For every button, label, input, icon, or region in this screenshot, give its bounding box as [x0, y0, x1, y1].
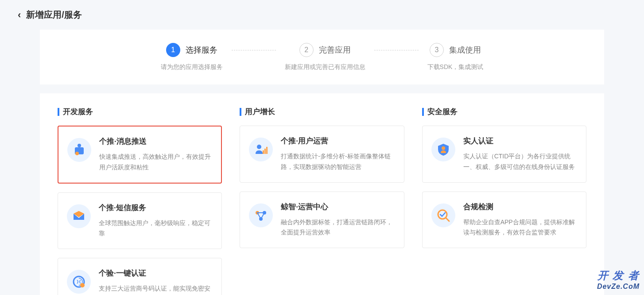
- card-identity-desc: 实人认证（CTID平台）为各行业提供统一、权威、多级可信的在线身份认证服务: [463, 151, 577, 172]
- step-2-title: 完善应用: [319, 45, 351, 55]
- card-compliance-title: 合规检测: [463, 202, 577, 212]
- svg-rect-6: [263, 150, 264, 154]
- step-1-header: 1 选择服务: [166, 43, 217, 57]
- steps-panel: 1 选择服务 请为您的应用选择服务 2 完善应用 新建应用或完善已有应用信息 3…: [40, 30, 604, 84]
- steps-container: 1 选择服务 请为您的应用选择服务 2 完善应用 新建应用或完善已有应用信息 3…: [40, 43, 604, 71]
- step-2-circle: 2: [299, 43, 314, 57]
- page-title: 新增应用/服务: [26, 9, 82, 21]
- user-ops-icon: [249, 138, 273, 161]
- page-header: ‹ 新增应用/服务: [0, 0, 644, 30]
- step-3: 3 集成使用 下载SDK，集成测试: [427, 43, 484, 71]
- card-push-content: 个推·消息推送 快速集成推送，高效触达用户，有效提升用户活跃度和粘性: [99, 136, 212, 173]
- card-compliance-content: 合规检测 帮助企业自查APP合规问题，提供标准解读与检测服务，有效符合监管要求: [463, 202, 577, 238]
- card-sms[interactable]: 个推·短信服务 全球范围触达用户，毫秒级响应，稳定可靠: [58, 192, 222, 249]
- column-user-growth: 用户增长 个推·用户运营 打通数据统计-多维分析-标签画像整体链路，实现数据驱动…: [240, 107, 404, 295]
- back-icon[interactable]: ‹: [18, 9, 21, 21]
- card-push[interactable]: 个推·消息推送 快速集成推送，高效触达用户，有效提升用户活跃度和粘性: [58, 126, 222, 184]
- svg-point-5: [257, 145, 261, 149]
- card-identity[interactable]: 实人认证 实人认证（CTID平台）为各行业提供统一、权威、多级可信的在线身份认证…: [422, 126, 586, 183]
- step-1-desc: 请为您的应用选择服务: [161, 63, 223, 71]
- card-whale[interactable]: 鲸智·运营中心 融合内外数据标签，打通运营链路闭环，全面提升运营效率: [240, 192, 404, 249]
- card-push-title: 个推·消息推送: [99, 136, 212, 146]
- card-compliance[interactable]: 合规检测 帮助企业自查APP合规问题，提供标准解读与检测服务，有效符合监管要求: [422, 192, 586, 249]
- card-user-ops-content: 个推·用户运营 打通数据统计-多维分析-标签画像整体链路，实现数据驱动的智能运营: [281, 136, 395, 172]
- step-3-header: 3 集成使用: [430, 43, 481, 57]
- card-identity-title: 实人认证: [463, 136, 577, 146]
- card-sms-content: 个推·短信服务 全球范围触达用户，毫秒级响应，稳定可靠: [99, 203, 213, 239]
- watermark: 开 发 者 DevZe.CoM: [597, 268, 640, 291]
- svg-rect-7: [264, 149, 266, 154]
- section-title-security: 安全服务: [422, 107, 586, 117]
- step-connector-1: [232, 50, 276, 50]
- columns-container: 开发服务 个推·消息推送 快速集成推送，高效触达用户，有效提升用户活跃度和粘性: [58, 107, 586, 295]
- step-2-header: 2 完善应用: [299, 43, 351, 57]
- card-whale-title: 鲸智·运营中心: [281, 202, 395, 212]
- card-sms-desc: 全球范围触达用户，毫秒级响应，稳定可靠: [99, 218, 213, 239]
- step-connector-2: [374, 50, 419, 50]
- card-identity-content: 实人认证 实人认证（CTID平台）为各行业提供统一、权威、多级可信的在线身份认证…: [463, 136, 577, 172]
- svg-point-2: [75, 152, 79, 155]
- column-dev-services: 开发服务 个推·消息推送 快速集成推送，高效触达用户，有效提升用户活跃度和粘性: [58, 107, 222, 295]
- step-3-circle: 3: [430, 43, 444, 57]
- push-icon: [67, 138, 91, 162]
- section-title-dev: 开发服务: [58, 107, 222, 117]
- step-3-title: 集成使用: [449, 45, 481, 55]
- card-user-ops[interactable]: 个推·用户运营 打通数据统计-多维分析-标签画像整体链路，实现数据驱动的智能运营: [240, 126, 404, 183]
- svg-point-12: [442, 146, 445, 150]
- card-auth-title: 个验·一键认证: [99, 268, 213, 278]
- step-2-desc: 新建应用或完善已有应用信息: [285, 63, 365, 71]
- svg-line-14: [446, 218, 449, 221]
- card-compliance-desc: 帮助企业自查APP合规问题，提供标准解读与检测服务，有效符合监管要求: [463, 217, 577, 238]
- compliance-icon: [431, 203, 455, 227]
- watermark-bottom: DevZe.CoM: [597, 283, 640, 291]
- content-panel: 开发服务 个推·消息推送 快速集成推送，高效触达用户，有效提升用户活跃度和粘性: [40, 93, 604, 295]
- svg-rect-8: [266, 147, 268, 154]
- card-push-desc: 快速集成推送，高效触达用户，有效提升用户活跃度和粘性: [99, 152, 212, 173]
- identity-icon: [431, 138, 455, 161]
- step-1-title: 选择服务: [186, 45, 217, 55]
- card-user-ops-desc: 打通数据统计-多维分析-标签画像整体链路，实现数据驱动的智能运营: [281, 151, 395, 172]
- step-1: 1 选择服务 请为您的应用选择服务: [161, 43, 223, 71]
- card-user-ops-title: 个推·用户运营: [281, 136, 395, 146]
- sms-icon: [67, 204, 91, 228]
- card-whale-content: 鲸智·运营中心 融合内外数据标签，打通运营链路闭环，全面提升运营效率: [281, 202, 395, 238]
- svg-point-1: [78, 144, 81, 147]
- card-whale-desc: 融合内外数据标签，打通运营链路闭环，全面提升运营效率: [281, 217, 395, 238]
- card-auth-content: 个验·一键认证 支持三大运营商号码认证，能实现免密安全登录体验，助力用户增长: [99, 268, 213, 295]
- step-1-circle: 1: [166, 43, 180, 57]
- card-auth-desc: 支持三大运营商号码认证，能实现免密安全登录体验，助力用户增长: [99, 284, 213, 295]
- column-security: 安全服务 实人认证 实人认证（CTID平台）为各行业提供统一、权威、多级可信的在…: [422, 107, 586, 295]
- step-2: 2 完善应用 新建应用或完善已有应用信息: [285, 43, 365, 71]
- section-title-growth: 用户增长: [240, 107, 404, 117]
- card-auth[interactable]: 个验·一键认证 支持三大运营商号码认证，能实现免密安全登录体验，助力用户增长: [58, 258, 222, 295]
- card-sms-title: 个推·短信服务: [99, 203, 213, 213]
- auth-icon: [67, 270, 91, 294]
- step-3-desc: 下载SDK，集成测试: [427, 63, 484, 71]
- svg-point-4: [80, 283, 85, 287]
- whale-icon: [249, 203, 273, 227]
- watermark-top: 开 发 者: [597, 268, 640, 283]
